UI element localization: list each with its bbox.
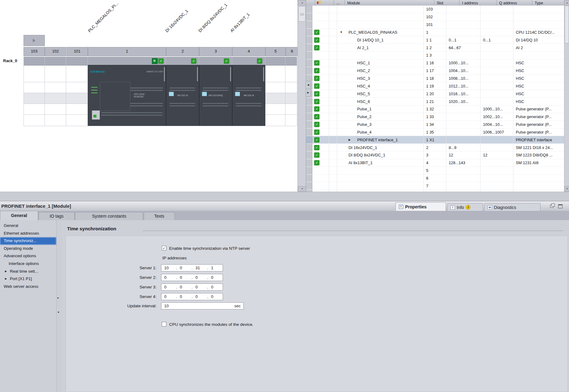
tab-properties[interactable]: Properties bbox=[396, 202, 446, 211]
splitter-arrow-icon[interactable]: ▸ bbox=[58, 296, 59, 299]
slot-header[interactable]: 1 bbox=[88, 47, 166, 56]
row-selector[interactable] bbox=[306, 136, 312, 143]
table-row[interactable]: 5 bbox=[306, 167, 564, 175]
splitter-expand-button[interactable]: ▶ bbox=[306, 89, 311, 97]
nav-scroll-strip[interactable]: ▸ ◂ bbox=[56, 220, 62, 392]
row-selector[interactable] bbox=[306, 52, 312, 59]
prop-nav-item[interactable]: Time synchroniz... bbox=[0, 237, 56, 245]
table-row[interactable]: HSC_21 171004...10...HSC bbox=[306, 67, 564, 75]
device-view-vscrollbar[interactable]: ▲ ▼ bbox=[297, 0, 306, 192]
scrollbar-thumb[interactable] bbox=[565, 6, 569, 43]
expander-icon[interactable]: ▶ bbox=[349, 138, 351, 141]
ip-octet[interactable]: 0 bbox=[161, 294, 176, 299]
row-selector[interactable] bbox=[306, 6, 312, 13]
prop-nav-item[interactable]: Web server access bbox=[0, 283, 56, 291]
table-row[interactable]: AI 2_11 264...67AI 2 bbox=[306, 44, 564, 52]
table-row[interactable]: 6 bbox=[306, 175, 564, 182]
slot-header[interactable]: 6 bbox=[286, 47, 297, 56]
table-row[interactable]: DI 14/DQ 10_11 10...10...1DI 14/DQ 10 bbox=[306, 36, 564, 44]
cpu-sync-checkbox[interactable] bbox=[162, 322, 166, 326]
header-status[interactable] bbox=[315, 0, 334, 6]
row-selector[interactable] bbox=[306, 151, 312, 159]
cpu-module[interactable]: SIEMENS SIMATIC S7-1200 CPU 1214C DC/DC/… bbox=[88, 65, 166, 126]
table-row[interactable]: DI 8/DQ 8x24VDC_131212SM 1223 DI8/DQ8 ..… bbox=[306, 151, 564, 159]
table-row[interactable]: 1 3 bbox=[306, 52, 564, 59]
header-q-address[interactable]: Q address bbox=[497, 0, 532, 6]
slot-header[interactable]: 2 bbox=[166, 47, 199, 56]
enable-ntp-checkbox[interactable] bbox=[162, 246, 166, 250]
table-row[interactable]: ▼PLC_MEGALOS_PINAKAS1CPU 1214C DC/DC/... bbox=[306, 29, 564, 36]
expander-icon[interactable]: ▶ bbox=[5, 275, 7, 283]
ip-octet[interactable]: 1 bbox=[208, 266, 223, 270]
row-selector[interactable] bbox=[306, 98, 312, 105]
row-selector[interactable] bbox=[306, 21, 312, 28]
ip-octet[interactable]: 0 bbox=[177, 294, 192, 299]
slot-header[interactable]: 103 bbox=[24, 47, 45, 56]
slot-header[interactable]: 3 bbox=[199, 47, 232, 56]
prop-nav-item[interactable]: Advanced options bbox=[0, 252, 56, 260]
row-selector[interactable] bbox=[306, 121, 312, 128]
row-selector[interactable] bbox=[306, 159, 312, 167]
prop-nav-item[interactable]: ▶Real time sett... bbox=[0, 268, 56, 275]
ip-octet[interactable]: 0 bbox=[193, 275, 207, 280]
ip-octet[interactable]: 0 bbox=[193, 294, 207, 299]
header-more[interactable]: ... bbox=[334, 0, 345, 6]
prop-nav-item[interactable]: ▶Port [X1 P1] bbox=[0, 275, 56, 283]
table-row[interactable]: 102 bbox=[306, 13, 564, 21]
tab-system-constants[interactable]: System constants bbox=[75, 212, 143, 220]
ip-octet[interactable]: 0 bbox=[208, 294, 223, 299]
table-row[interactable]: Pulse_41 351006...1007Pulse generator (P… bbox=[306, 129, 564, 136]
ip-octet[interactable]: 0 bbox=[177, 275, 192, 280]
float-panel-button[interactable] bbox=[548, 203, 555, 210]
ip-octet[interactable]: 31 bbox=[193, 266, 207, 270]
expander-icon[interactable]: ▶ bbox=[5, 268, 7, 275]
table-row[interactable]: Pulse_31 341004...10...Pulse generator (… bbox=[306, 121, 564, 129]
table-row[interactable]: HSC_41 191012...10...HSC bbox=[306, 82, 564, 90]
table-row[interactable]: Pulse_21 331002...10...Pulse generator (… bbox=[306, 113, 564, 121]
table-row[interactable]: HSC_61 211020...10...HSC bbox=[306, 98, 564, 105]
update-interval-input[interactable]: 10 sec bbox=[161, 302, 244, 309]
slot-header[interactable]: 4 bbox=[232, 47, 265, 56]
ntp-server-ip-input[interactable]: 0.0.0.0 bbox=[161, 274, 223, 281]
table-row[interactable]: HSC_31 181008...10...HSC bbox=[306, 75, 564, 83]
prop-nav-item[interactable]: Operating mode bbox=[0, 245, 56, 253]
ip-octet[interactable]: 10 bbox=[161, 266, 176, 270]
ip-octet[interactable]: 0 bbox=[161, 285, 176, 289]
ip-octet[interactable]: 0 bbox=[208, 275, 223, 280]
row-selector[interactable] bbox=[306, 129, 312, 136]
scroll-down-button[interactable]: ▼ bbox=[298, 186, 307, 192]
prop-nav-item[interactable]: Interface options bbox=[0, 260, 56, 268]
row-selector[interactable] bbox=[306, 67, 312, 75]
prop-nav-item[interactable]: Ethernet addresses bbox=[0, 230, 56, 237]
header-module[interactable]: Module bbox=[345, 0, 434, 6]
slot-header[interactable]: 5 bbox=[265, 47, 286, 56]
row-selector[interactable] bbox=[306, 13, 312, 21]
row-selector[interactable] bbox=[306, 29, 312, 36]
row-selector[interactable] bbox=[306, 44, 312, 51]
ip-octet[interactable]: 0 bbox=[177, 266, 192, 270]
ip-octet[interactable]: 0 bbox=[208, 285, 223, 289]
scroll-up-button[interactable]: ▲ bbox=[298, 0, 307, 6]
tab-info[interactable]: i Info i bbox=[447, 203, 483, 211]
row-selector[interactable] bbox=[306, 59, 312, 67]
expander-icon[interactable]: ▼ bbox=[340, 31, 343, 34]
sm-module-di8dq8[interactable]: SM 1223 DI/DQ bbox=[199, 65, 232, 126]
prop-nav-item[interactable]: General bbox=[0, 222, 56, 230]
row-selector[interactable] bbox=[306, 144, 312, 151]
row-selector[interactable] bbox=[306, 167, 312, 174]
ntp-server-ip-input[interactable]: 0.0.0.0 bbox=[161, 293, 223, 300]
row-selector[interactable] bbox=[306, 105, 312, 113]
table-row[interactable]: 101 bbox=[306, 21, 564, 29]
splitter-collapse-button[interactable]: ◀ bbox=[306, 81, 311, 89]
tab-general[interactable]: General bbox=[0, 211, 38, 220]
scroll-up-button[interactable]: ▲ bbox=[564, 0, 569, 6]
table-vscrollbar[interactable]: ▲ ▼ bbox=[564, 0, 569, 192]
scrollbar-thumb[interactable] bbox=[298, 6, 306, 22]
ip-octet[interactable]: 0 bbox=[177, 285, 192, 289]
table-row[interactable]: 103 bbox=[306, 6, 564, 13]
scroll-down-button[interactable]: ▼ bbox=[564, 186, 569, 192]
row-selector[interactable] bbox=[306, 175, 312, 182]
tab-io-tags[interactable]: IO tags bbox=[39, 212, 75, 220]
collapse-panel-button[interactable] bbox=[557, 203, 564, 210]
slot-header[interactable]: 101 bbox=[66, 47, 88, 56]
